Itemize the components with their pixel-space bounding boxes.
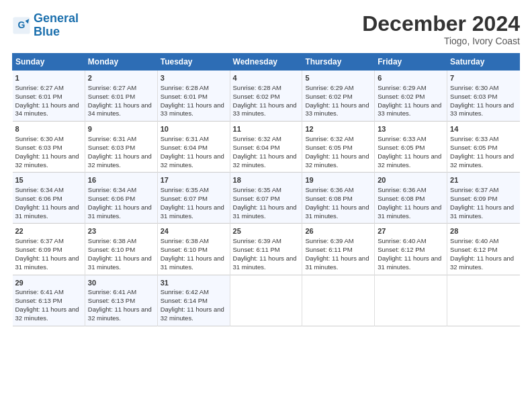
calendar-cell: 22Sunrise: 6:37 AMSunset: 6:09 PMDayligh… <box>13 224 85 275</box>
calendar-cell: 1Sunrise: 6:27 AMSunset: 6:01 PMDaylight… <box>13 71 85 122</box>
calendar-cell: 16Sunrise: 6:34 AMSunset: 6:06 PMDayligh… <box>85 173 157 224</box>
day-info: Sunrise: 6:38 AMSunset: 6:10 PMDaylight:… <box>88 237 152 270</box>
calendar-cell: 2Sunrise: 6:27 AMSunset: 6:01 PMDaylight… <box>85 71 157 122</box>
day-number: 25 <box>233 226 300 236</box>
title-block: December 2024 Tiogo, Ivory Coast <box>362 12 520 46</box>
calendar-cell: 31Sunrise: 6:42 AMSunset: 6:14 PMDayligh… <box>157 275 230 326</box>
weekday-header: Sunday <box>13 54 85 71</box>
day-number: 14 <box>450 124 517 134</box>
weekday-header: Friday <box>375 54 447 71</box>
day-info: Sunrise: 6:42 AMSunset: 6:14 PMDaylight:… <box>161 288 224 321</box>
day-info: Sunrise: 6:29 AMSunset: 6:02 PMDaylight:… <box>378 84 441 117</box>
month-title: December 2024 <box>362 12 520 36</box>
day-number: 8 <box>15 124 82 134</box>
day-info: Sunrise: 6:37 AMSunset: 6:09 PMDaylight:… <box>15 237 79 270</box>
day-info: Sunrise: 6:27 AMSunset: 6:01 PMDaylight:… <box>88 84 152 117</box>
day-number: 26 <box>305 226 371 236</box>
location: Tiogo, Ivory Coast <box>362 36 520 46</box>
day-number: 5 <box>305 73 371 83</box>
logo-text: General Blue <box>34 12 79 39</box>
logo-blue: Blue <box>34 25 60 38</box>
day-info: Sunrise: 6:37 AMSunset: 6:09 PMDaylight:… <box>450 186 514 219</box>
day-info: Sunrise: 6:33 AMSunset: 6:05 PMDaylight:… <box>378 135 441 168</box>
weekday-header: Saturday <box>447 54 520 71</box>
calendar-cell <box>302 275 375 326</box>
calendar-cell: 4Sunrise: 6:28 AMSunset: 6:02 PMDaylight… <box>230 71 302 122</box>
calendar-cell: 29Sunrise: 6:41 AMSunset: 6:13 PMDayligh… <box>13 275 85 326</box>
day-number: 9 <box>88 124 154 134</box>
day-number: 4 <box>233 73 300 83</box>
day-info: Sunrise: 6:41 AMSunset: 6:13 PMDaylight:… <box>15 288 79 321</box>
day-number: 23 <box>88 226 154 236</box>
calendar-cell: 28Sunrise: 6:40 AMSunset: 6:12 PMDayligh… <box>447 224 520 275</box>
calendar-cell: 11Sunrise: 6:32 AMSunset: 6:04 PMDayligh… <box>230 122 302 173</box>
day-info: Sunrise: 6:38 AMSunset: 6:10 PMDaylight:… <box>161 237 224 270</box>
day-info: Sunrise: 6:32 AMSunset: 6:04 PMDaylight:… <box>233 135 297 168</box>
day-number: 16 <box>88 175 154 185</box>
day-number: 18 <box>233 175 300 185</box>
calendar-cell: 7Sunrise: 6:30 AMSunset: 6:03 PMDaylight… <box>447 71 520 122</box>
day-number: 15 <box>15 175 82 185</box>
day-number: 6 <box>378 73 444 83</box>
day-info: Sunrise: 6:34 AMSunset: 6:06 PMDaylight:… <box>15 186 79 219</box>
calendar-cell <box>447 275 520 326</box>
day-number: 24 <box>161 226 227 236</box>
calendar-cell: 13Sunrise: 6:33 AMSunset: 6:05 PMDayligh… <box>375 122 447 173</box>
calendar-cell <box>375 275 447 326</box>
calendar-cell: 27Sunrise: 6:40 AMSunset: 6:12 PMDayligh… <box>375 224 447 275</box>
calendar-cell: 17Sunrise: 6:35 AMSunset: 6:07 PMDayligh… <box>157 173 230 224</box>
day-info: Sunrise: 6:31 AMSunset: 6:04 PMDaylight:… <box>161 135 224 168</box>
weekday-header: Wednesday <box>230 54 302 71</box>
weekday-header: Thursday <box>302 54 375 71</box>
logo: G General Blue <box>12 12 79 39</box>
calendar-cell: 10Sunrise: 6:31 AMSunset: 6:04 PMDayligh… <box>157 122 230 173</box>
day-info: Sunrise: 6:28 AMSunset: 6:01 PMDaylight:… <box>161 84 224 117</box>
page: G General Blue December 2024 Tiogo, Ivor… <box>0 0 532 411</box>
day-number: 20 <box>378 175 444 185</box>
day-number: 19 <box>305 175 371 185</box>
calendar-cell: 9Sunrise: 6:31 AMSunset: 6:03 PMDaylight… <box>85 122 157 173</box>
calendar-cell: 8Sunrise: 6:30 AMSunset: 6:03 PMDaylight… <box>13 122 85 173</box>
day-info: Sunrise: 6:30 AMSunset: 6:03 PMDaylight:… <box>450 84 514 117</box>
day-number: 10 <box>161 124 227 134</box>
calendar-cell: 12Sunrise: 6:32 AMSunset: 6:05 PMDayligh… <box>302 122 375 173</box>
calendar-cell: 23Sunrise: 6:38 AMSunset: 6:10 PMDayligh… <box>85 224 157 275</box>
weekday-header: Tuesday <box>157 54 230 71</box>
calendar-week-row: 29Sunrise: 6:41 AMSunset: 6:13 PMDayligh… <box>13 275 520 326</box>
day-info: Sunrise: 6:36 AMSunset: 6:08 PMDaylight:… <box>378 186 441 219</box>
day-info: Sunrise: 6:27 AMSunset: 6:01 PMDaylight:… <box>15 84 79 117</box>
day-number: 22 <box>15 226 82 236</box>
calendar-cell: 6Sunrise: 6:29 AMSunset: 6:02 PMDaylight… <box>375 71 447 122</box>
svg-text:G: G <box>18 19 26 30</box>
calendar-cell: 19Sunrise: 6:36 AMSunset: 6:08 PMDayligh… <box>302 173 375 224</box>
day-info: Sunrise: 6:35 AMSunset: 6:07 PMDaylight:… <box>233 186 297 219</box>
day-number: 7 <box>450 73 517 83</box>
day-info: Sunrise: 6:28 AMSunset: 6:02 PMDaylight:… <box>233 84 297 117</box>
day-number: 30 <box>88 278 154 288</box>
calendar-cell: 15Sunrise: 6:34 AMSunset: 6:06 PMDayligh… <box>13 173 85 224</box>
day-info: Sunrise: 6:36 AMSunset: 6:08 PMDaylight:… <box>305 186 369 219</box>
day-number: 17 <box>161 175 227 185</box>
weekday-header: Monday <box>85 54 157 71</box>
day-number: 31 <box>161 278 227 288</box>
day-info: Sunrise: 6:35 AMSunset: 6:07 PMDaylight:… <box>161 186 224 219</box>
logo-icon: G <box>12 16 31 35</box>
day-number: 11 <box>233 124 300 134</box>
day-info: Sunrise: 6:29 AMSunset: 6:02 PMDaylight:… <box>305 84 369 117</box>
day-info: Sunrise: 6:39 AMSunset: 6:11 PMDaylight:… <box>305 237 369 270</box>
day-number: 12 <box>305 124 371 134</box>
logo-general: General <box>34 11 79 25</box>
day-info: Sunrise: 6:39 AMSunset: 6:11 PMDaylight:… <box>233 237 297 270</box>
calendar-cell: 3Sunrise: 6:28 AMSunset: 6:01 PMDaylight… <box>157 71 230 122</box>
day-info: Sunrise: 6:41 AMSunset: 6:13 PMDaylight:… <box>88 288 152 321</box>
day-info: Sunrise: 6:40 AMSunset: 6:12 PMDaylight:… <box>450 237 514 270</box>
calendar-cell: 14Sunrise: 6:33 AMSunset: 6:05 PMDayligh… <box>447 122 520 173</box>
calendar-week-row: 15Sunrise: 6:34 AMSunset: 6:06 PMDayligh… <box>13 173 520 224</box>
day-number: 3 <box>161 73 227 83</box>
calendar-cell <box>230 275 302 326</box>
day-number: 2 <box>88 73 154 83</box>
day-info: Sunrise: 6:40 AMSunset: 6:12 PMDaylight:… <box>378 237 441 270</box>
calendar-cell: 24Sunrise: 6:38 AMSunset: 6:10 PMDayligh… <box>157 224 230 275</box>
calendar-cell: 26Sunrise: 6:39 AMSunset: 6:11 PMDayligh… <box>302 224 375 275</box>
day-number: 1 <box>15 73 82 83</box>
